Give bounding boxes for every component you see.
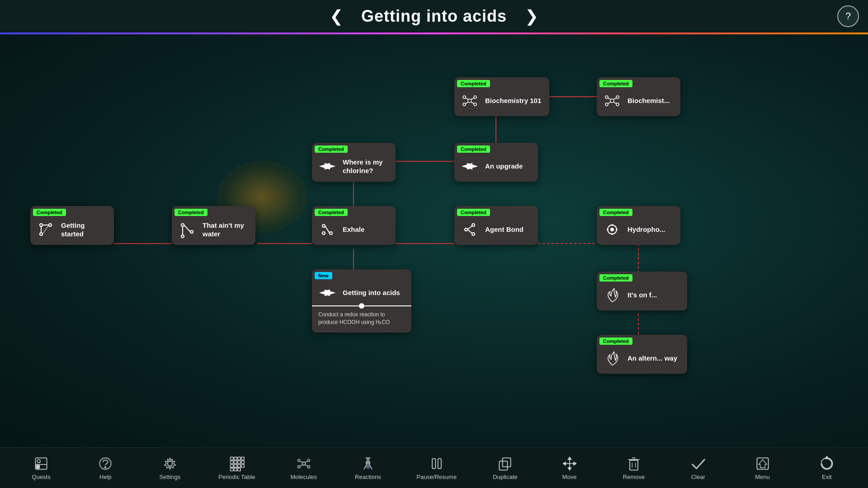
toolbar-quests[interactable]: Quests <box>25 455 57 480</box>
title-that-aint: That ain't my water <box>203 221 250 239</box>
card-exhale[interactable]: Completed Exhale <box>312 206 396 245</box>
badge-that-aint: Completed <box>175 209 208 216</box>
connections-svg <box>0 34 868 447</box>
svg-marker-110 <box>574 462 576 465</box>
badge-its-on: Completed <box>599 274 632 282</box>
icon-altern <box>602 348 622 368</box>
next-button[interactable]: ❯ <box>507 7 557 26</box>
badge-chlorine: Completed <box>315 145 348 153</box>
toolbar-help[interactable]: Help <box>90 455 121 480</box>
badge-agent-bond: Completed <box>457 209 490 216</box>
svg-line-37 <box>467 226 472 230</box>
help-icon <box>97 455 113 472</box>
card-hydropho[interactable]: Completed Hydropho... <box>597 206 680 245</box>
help-button[interactable]: ? <box>837 5 859 27</box>
toolbar-duplicate[interactable]: Duplicate <box>489 455 521 480</box>
card-getting-started[interactable]: Completed Getting started <box>30 206 114 245</box>
svg-rect-81 <box>241 461 244 464</box>
svg-rect-75 <box>234 457 236 460</box>
svg-marker-109 <box>563 462 565 465</box>
icon-that-aint <box>177 220 197 239</box>
icon-hydropho <box>602 220 622 239</box>
toolbar-clear[interactable]: Clear <box>682 455 714 480</box>
toolbar-remove[interactable]: Remove <box>618 455 650 480</box>
badge-exhale: Completed <box>315 209 348 216</box>
svg-line-54 <box>613 98 616 99</box>
toolbar-molecules[interactable]: Molecules <box>288 455 320 480</box>
toolbar-exit[interactable]: Exit <box>811 455 843 480</box>
svg-point-26 <box>322 225 325 227</box>
main-canvas: Completed Getting started Completed <box>0 34 868 447</box>
move-icon <box>561 455 578 472</box>
divider-dot <box>359 303 364 309</box>
svg-rect-102 <box>438 459 441 469</box>
title-altern: An altern... way <box>627 354 677 363</box>
svg-line-28 <box>325 226 330 233</box>
toolbar-settings[interactable]: Settings <box>154 455 186 480</box>
toolbar: Quests Help Settings <box>0 447 868 488</box>
card-getting-acids[interactable]: New Getting into acids Conduct a redox r… <box>312 269 411 333</box>
remove-icon <box>626 455 642 472</box>
svg-point-12 <box>49 224 52 226</box>
svg-point-58 <box>610 228 614 231</box>
svg-rect-87 <box>234 468 236 471</box>
molecules-label: Molecules <box>290 474 317 480</box>
svg-rect-83 <box>234 465 236 467</box>
quests-label: Quests <box>32 474 51 480</box>
rainbow-bar <box>0 33 868 34</box>
quests-icon <box>33 455 49 472</box>
card-agent-bond[interactable]: Completed Agent Bond <box>454 206 538 245</box>
svg-point-68 <box>37 460 40 463</box>
icon-upgrade <box>460 156 480 176</box>
svg-point-50 <box>616 96 619 99</box>
title-getting-started: Getting started <box>61 221 108 239</box>
duplicate-label: Duplicate <box>493 474 517 480</box>
svg-rect-80 <box>237 461 240 464</box>
duplicate-icon <box>497 455 513 472</box>
icon-getting-acids <box>317 283 337 303</box>
card-its-on-fire[interactable]: Completed It's on f... <box>597 272 687 310</box>
svg-point-72 <box>105 467 106 468</box>
toolbar-move[interactable]: Move <box>554 455 585 480</box>
toolbar-pause[interactable]: Pause/Resume <box>416 455 457 480</box>
badge-biochem-101: Completed <box>457 80 490 87</box>
svg-point-117 <box>821 458 832 469</box>
page-title: Getting into acids <box>361 7 507 26</box>
svg-point-29 <box>322 232 325 235</box>
svg-point-40 <box>463 96 466 99</box>
reactions-label: Reactions <box>355 474 381 480</box>
exit-label: Exit <box>822 474 832 480</box>
svg-rect-77 <box>241 457 244 460</box>
prev-button[interactable]: ❮ <box>311 7 361 26</box>
svg-rect-101 <box>432 459 435 469</box>
card-biochem-102[interactable]: Completed Biochemist... <box>597 77 680 116</box>
svg-line-94 <box>300 461 302 463</box>
svg-point-51 <box>605 103 608 106</box>
svg-line-96 <box>300 465 302 466</box>
svg-rect-88 <box>237 468 240 471</box>
svg-point-90 <box>297 459 300 461</box>
svg-point-35 <box>472 224 475 226</box>
toolbar-menu[interactable]: Menu <box>747 455 778 480</box>
clear-icon <box>690 455 706 472</box>
svg-point-39 <box>468 99 472 103</box>
pause-icon <box>429 455 445 472</box>
help-label: Help <box>99 474 112 480</box>
svg-point-100 <box>367 466 369 468</box>
periodic-icon <box>229 455 245 472</box>
toolbar-reactions[interactable]: Reactions <box>352 455 384 480</box>
card-divider <box>312 305 411 306</box>
svg-rect-82 <box>230 465 233 467</box>
card-upgrade[interactable]: Completed An upgrade <box>454 143 538 182</box>
svg-point-93 <box>307 466 310 468</box>
toolbar-periodic[interactable]: Periodic Table <box>218 455 255 480</box>
molecules-icon <box>296 455 312 472</box>
svg-line-45 <box>471 98 474 99</box>
svg-point-49 <box>605 96 608 99</box>
card-biochem-101[interactable]: Completed Biochemistry 101 <box>454 77 549 116</box>
card-that-aint[interactable]: Completed That ain't my water <box>172 206 255 245</box>
svg-rect-104 <box>500 461 508 470</box>
card-chlorine[interactable]: Completed Where is my chlorine? <box>312 143 396 182</box>
card-altern[interactable]: Completed An altern... way <box>597 335 687 374</box>
svg-point-41 <box>474 96 476 99</box>
